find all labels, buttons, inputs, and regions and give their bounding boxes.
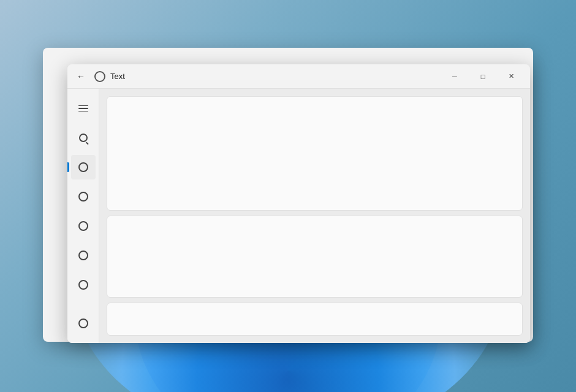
close-button[interactable]: ✕ bbox=[497, 67, 525, 86]
sidebar-item-3[interactable] bbox=[71, 214, 96, 238]
circle-icon-4 bbox=[78, 251, 88, 260]
content-panel-1 bbox=[107, 96, 523, 211]
circle-icon-2 bbox=[78, 192, 88, 202]
sidebar-item-6[interactable] bbox=[71, 311, 96, 336]
title-bar-left: ← Text bbox=[72, 68, 441, 85]
sidebar-item-hamburger[interactable] bbox=[71, 96, 96, 121]
app-icon bbox=[94, 71, 105, 82]
search-icon bbox=[79, 134, 88, 142]
hamburger-line-1 bbox=[78, 105, 88, 107]
hamburger-line-2 bbox=[78, 108, 88, 109]
circle-icon-5 bbox=[78, 280, 88, 290]
circle-icon-6 bbox=[78, 318, 88, 328]
window-controls: ─ □ ✕ bbox=[441, 67, 525, 86]
main-window: ← Text ─ □ ✕ bbox=[67, 64, 530, 343]
window-body bbox=[67, 89, 530, 343]
sidebar-item-1[interactable] bbox=[71, 155, 96, 179]
sidebar-item-5[interactable] bbox=[71, 273, 96, 297]
close-icon: ✕ bbox=[509, 72, 514, 80]
minimize-button[interactable]: ─ bbox=[441, 67, 469, 86]
hamburger-icon bbox=[78, 105, 88, 112]
window-title: Text bbox=[110, 72, 125, 81]
maximize-button[interactable]: □ bbox=[469, 67, 497, 86]
sidebar-item-search[interactable] bbox=[71, 126, 96, 150]
circle-icon-3 bbox=[78, 221, 88, 231]
sidebar-item-2[interactable] bbox=[71, 184, 96, 209]
back-button[interactable]: ← bbox=[72, 68, 89, 85]
content-area bbox=[99, 89, 530, 343]
sidebar-item-4[interactable] bbox=[71, 243, 96, 268]
circle-icon-1 bbox=[78, 162, 88, 172]
sidebar bbox=[67, 89, 99, 343]
maximize-icon: □ bbox=[481, 73, 485, 80]
content-panel-3 bbox=[107, 303, 523, 336]
hamburger-line-3 bbox=[78, 111, 88, 112]
content-panel-2 bbox=[107, 216, 523, 298]
minimize-icon: ─ bbox=[452, 73, 457, 80]
back-icon: ← bbox=[77, 72, 85, 81]
title-bar: ← Text ─ □ ✕ bbox=[67, 64, 530, 89]
